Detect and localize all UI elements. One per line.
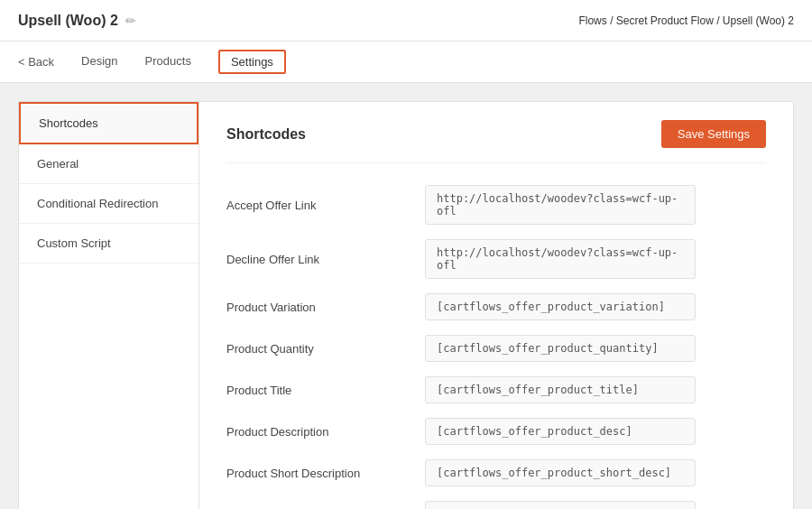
save-settings-button[interactable]: Save Settings <box>661 120 766 148</box>
top-bar: Upsell (Woo) 2 ✏ Flows / Secret Product … <box>0 0 812 42</box>
shortcode-value-product-price: [cartflows_offer_product_price] <box>425 501 696 509</box>
shortcode-row-product-title: Product Title[cartflows_offer_product_ti… <box>226 376 766 403</box>
breadcrumb: Flows / Secret Product Flow / Upsell (Wo… <box>578 14 794 27</box>
sidebar-item-conditional-redirection[interactable]: Conditional Redirection <box>19 184 198 224</box>
shortcode-row-product-description: Product Description[cartflows_offer_prod… <box>226 418 766 445</box>
shortcode-value-decline-offer-link: http://localhost/woodev?class=wcf-up-ofl <box>425 239 696 279</box>
content-area: Shortcodes Save Settings Accept Offer Li… <box>199 102 793 509</box>
shortcode-value-product-short-description: [cartflows_offer_product_short_desc] <box>425 459 696 486</box>
tab-design[interactable]: Design <box>81 43 117 80</box>
breadcrumb-sep2: / <box>716 14 723 27</box>
shortcode-label-accept-offer-link: Accept Offer Link <box>226 199 407 212</box>
main-content: Shortcodes General Conditional Redirecti… <box>18 101 794 509</box>
shortcode-row-product-price: Product Price[cartflows_offer_product_pr… <box>226 501 766 509</box>
breadcrumb-flows[interactable]: Flows <box>578 14 606 27</box>
shortcode-value-product-description: [cartflows_offer_product_desc] <box>425 418 696 445</box>
edit-icon[interactable]: ✏ <box>125 14 136 28</box>
shortcode-value-product-quantity: [cartflows_offer_product_quantity] <box>425 335 696 362</box>
tab-products[interactable]: Products <box>145 43 191 80</box>
sidebar-item-general[interactable]: General <box>19 144 198 184</box>
back-label: < Back <box>18 55 54 69</box>
shortcode-row-product-variation: Product Variation[cartflows_offer_produc… <box>226 293 766 320</box>
shortcode-label-product-variation: Product Variation <box>226 301 407 314</box>
nav-bar: < Back Design Products Settings <box>0 42 812 83</box>
sidebar-item-shortcodes[interactable]: Shortcodes <box>19 102 198 144</box>
shortcode-rows: Accept Offer Linkhttp://localhost/woodev… <box>226 185 766 509</box>
shortcode-label-product-title: Product Title <box>226 384 407 397</box>
shortcode-label-product-short-description: Product Short Description <box>226 467 407 480</box>
shortcode-value-product-variation: [cartflows_offer_product_variation] <box>425 293 696 320</box>
shortcode-row-product-short-description: Product Short Description[cartflows_offe… <box>226 459 766 486</box>
sidebar-item-custom-script[interactable]: Custom Script <box>19 224 198 264</box>
content-title: Shortcodes <box>226 126 306 143</box>
tab-settings[interactable]: Settings <box>218 50 286 74</box>
sidebar: Shortcodes General Conditional Redirecti… <box>19 102 199 509</box>
shortcode-row-product-quantity: Product Quantity[cartflows_offer_product… <box>226 335 766 362</box>
top-bar-left: Upsell (Woo) 2 ✏ <box>18 13 136 29</box>
breadcrumb-flow[interactable]: Secret Product Flow <box>616 14 714 27</box>
shortcode-row-decline-offer-link: Decline Offer Linkhttp://localhost/woode… <box>226 239 766 279</box>
shortcode-label-product-description: Product Description <box>226 425 407 439</box>
breadcrumb-current: Upsell (Woo) 2 <box>723 14 794 27</box>
back-button[interactable]: < Back <box>18 55 54 69</box>
shortcode-label-decline-offer-link: Decline Offer Link <box>226 253 407 266</box>
content-header: Shortcodes Save Settings <box>226 120 766 163</box>
breadcrumb-sep1: / <box>610 14 616 27</box>
shortcode-row-accept-offer-link: Accept Offer Linkhttp://localhost/woodev… <box>226 185 766 225</box>
page-title: Upsell (Woo) 2 <box>18 13 118 29</box>
shortcode-label-product-quantity: Product Quantity <box>226 342 407 356</box>
shortcode-value-accept-offer-link: http://localhost/woodev?class=wcf-up-ofl <box>425 185 696 225</box>
shortcode-value-product-title: [cartflows_offer_product_title] <box>425 376 696 403</box>
